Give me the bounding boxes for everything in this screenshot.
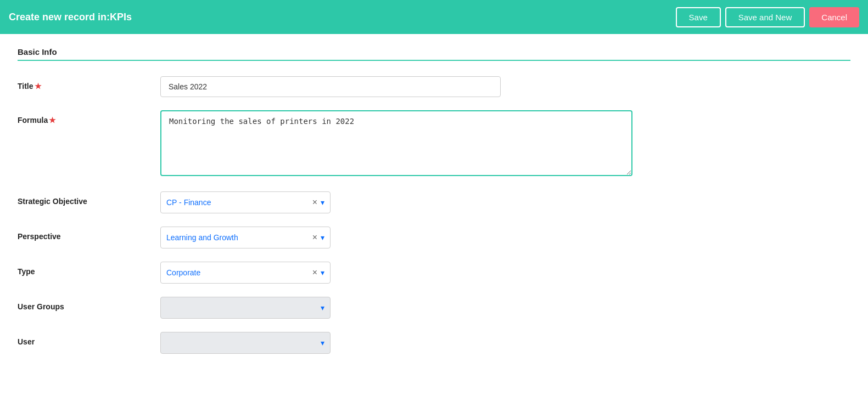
- title-required-star: ★: [35, 82, 42, 91]
- type-select[interactable]: Corporate × ▾: [160, 262, 331, 284]
- main-content: Basic Info Title★ Formula★ Strategic Obj…: [0, 34, 868, 407]
- perspective-value: Learning and Growth: [166, 233, 238, 242]
- strategic-objective-value: CP - Finance: [166, 198, 211, 207]
- title-label: Title★: [18, 76, 160, 91]
- perspective-chevron-icon[interactable]: ▾: [321, 233, 324, 242]
- formula-row: Formula★: [18, 110, 850, 178]
- strategic-objective-chevron-icon[interactable]: ▾: [321, 198, 324, 207]
- user-label: User: [18, 332, 160, 346]
- perspective-clear-icon[interactable]: ×: [312, 233, 317, 242]
- section-title: Basic Info: [18, 47, 850, 56]
- title-field: [160, 76, 632, 97]
- user-chevron-icon[interactable]: ▾: [321, 338, 324, 347]
- type-clear-icon[interactable]: ×: [312, 268, 317, 278]
- strategic-objective-label: Strategic Objective: [18, 191, 160, 206]
- strategic-objective-select[interactable]: CP - Finance × ▾: [160, 191, 331, 213]
- type-field: Corporate × ▾: [160, 262, 632, 284]
- formula-field: [160, 110, 632, 178]
- save-button[interactable]: Save: [676, 7, 721, 27]
- perspective-row: Perspective Learning and Growth × ▾: [18, 227, 850, 248]
- type-chevron-icon[interactable]: ▾: [321, 268, 324, 277]
- strategic-objective-tag: CP - Finance: [166, 198, 312, 207]
- perspective-label: Perspective: [18, 227, 160, 241]
- section-divider: [18, 60, 850, 61]
- user-row: User ▾: [18, 332, 850, 354]
- title-input[interactable]: [160, 76, 501, 97]
- user-groups-row: User Groups ▾: [18, 297, 850, 319]
- type-label: Type: [18, 262, 160, 276]
- perspective-select[interactable]: Learning and Growth × ▾: [160, 227, 331, 248]
- user-groups-label: User Groups: [18, 297, 160, 311]
- strategic-objective-row: Strategic Objective CP - Finance × ▾: [18, 191, 850, 213]
- user-field: ▾: [160, 332, 632, 354]
- user-groups-field: ▾: [160, 297, 632, 319]
- header-buttons: Save Save and New Cancel: [676, 7, 859, 27]
- strategic-objective-field: CP - Finance × ▾: [160, 191, 632, 213]
- strategic-objective-clear-icon[interactable]: ×: [312, 197, 317, 207]
- type-value: Corporate: [166, 268, 200, 277]
- formula-input[interactable]: [160, 110, 632, 176]
- page-title: Create new record in:KPIs: [9, 12, 132, 23]
- save-and-new-button[interactable]: Save and New: [725, 7, 805, 27]
- user-groups-select[interactable]: ▾: [160, 297, 331, 319]
- formula-required-star: ★: [49, 116, 56, 125]
- type-row: Type Corporate × ▾: [18, 262, 850, 284]
- user-select[interactable]: ▾: [160, 332, 331, 354]
- header: Create new record in:KPIs Save Save and …: [0, 0, 868, 34]
- perspective-field: Learning and Growth × ▾: [160, 227, 632, 248]
- perspective-tag: Learning and Growth: [166, 233, 312, 242]
- type-tag: Corporate: [166, 268, 312, 277]
- user-groups-chevron-icon[interactable]: ▾: [321, 303, 324, 312]
- title-row: Title★: [18, 76, 850, 97]
- formula-label: Formula★: [18, 110, 160, 125]
- cancel-button[interactable]: Cancel: [809, 7, 859, 27]
